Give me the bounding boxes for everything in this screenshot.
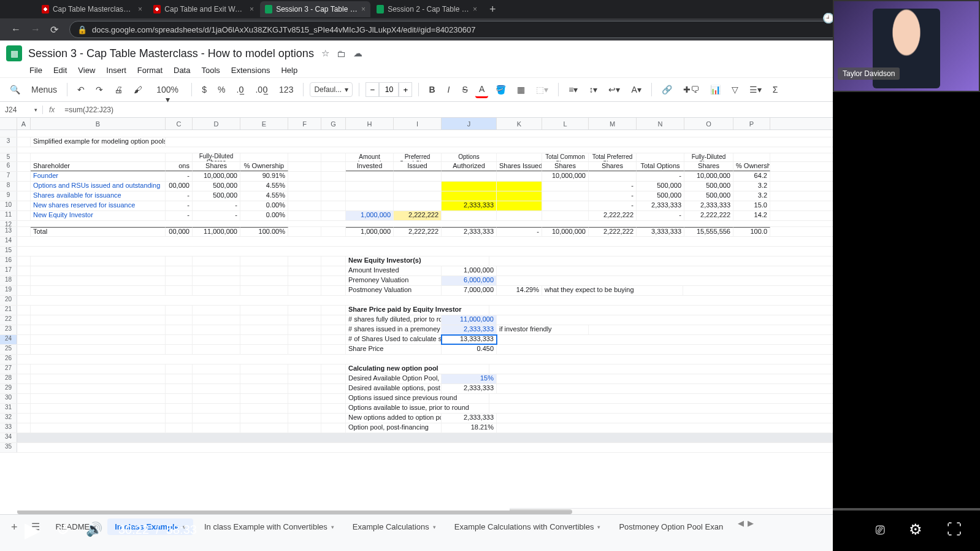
close-icon[interactable]: × xyxy=(250,5,254,13)
menu-tools[interactable]: Tools xyxy=(201,66,220,75)
browser-tab-0[interactable]: Cap Table Masterclass - How× xyxy=(37,1,147,17)
valign-button[interactable]: ↕▾ xyxy=(585,82,601,97)
url-text: docs.google.com/spreadsheets/d/1jaO6lAxX… xyxy=(92,25,475,34)
close-icon[interactable]: × xyxy=(473,5,477,13)
col-header-H[interactable]: H xyxy=(346,118,394,129)
formula-bar[interactable]: =sum(J22:J23) xyxy=(61,106,117,114)
col-header-A[interactable]: A xyxy=(17,118,31,129)
redo-button[interactable]: ↷ xyxy=(92,82,107,97)
video-sidebar xyxy=(833,92,980,551)
zoom-select[interactable]: 100% ▾ xyxy=(150,82,185,97)
close-icon[interactable]: × xyxy=(138,5,142,13)
col-header-J[interactable]: J xyxy=(442,118,497,129)
decrease-decimal-button[interactable]: .0̲ xyxy=(232,82,248,97)
browser-tab-1[interactable]: Cap Table and Exit Waterfall× xyxy=(148,1,259,17)
cloud-status-icon: ☁ xyxy=(353,48,362,59)
play-button[interactable]: ▶ xyxy=(25,517,40,542)
menu-view[interactable]: View xyxy=(78,66,95,75)
filter-views-button[interactable]: ☰▾ xyxy=(746,82,765,97)
functions-button[interactable]: Σ xyxy=(769,82,782,97)
col-header-E[interactable]: E xyxy=(240,118,288,129)
font-select[interactable]: Defaul...▾ xyxy=(310,82,353,97)
col-header-F[interactable]: F xyxy=(288,118,321,129)
video-progress-bar[interactable] xyxy=(0,508,980,511)
video-controls: ▶ ↺10 🔊 30:22 / 58:33 ⎚ ⚙ ⛶ xyxy=(0,508,980,551)
fill-color-button[interactable]: 🪣 xyxy=(492,82,510,97)
menu-edit[interactable]: Edit xyxy=(53,66,67,75)
font-size-input[interactable] xyxy=(379,82,399,97)
text-color-button[interactable]: A xyxy=(475,82,488,98)
chart-button[interactable]: 📊 xyxy=(706,82,724,97)
video-time: 30:22 / 58:33 xyxy=(118,523,197,537)
merge-button[interactable]: ⬚▾ xyxy=(532,82,552,97)
doc-title[interactable]: Session 3 - Cap Table Masterclass - How … xyxy=(28,47,314,60)
increase-decimal-button[interactable]: .00̲ xyxy=(251,82,272,97)
fullscreen-button[interactable]: ⛶ xyxy=(947,521,962,538)
table-cell[interactable]: Founder xyxy=(31,172,166,181)
cell-reference-box[interactable]: J24▾ xyxy=(0,106,43,114)
percent-button[interactable]: % xyxy=(214,82,229,97)
menu-data[interactable]: Data xyxy=(174,66,190,75)
sheets-logo-icon[interactable]: ▦ xyxy=(6,45,22,61)
star-icon[interactable]: ☆ xyxy=(321,48,329,59)
row-header[interactable]: 3 xyxy=(0,137,17,147)
webcam-overlay: Taylor Davidson xyxy=(833,0,980,92)
back-button[interactable]: ← xyxy=(11,24,21,35)
col-header-K[interactable]: K xyxy=(497,118,542,129)
settings-icon[interactable]: ⚙ xyxy=(909,521,922,538)
borders-button[interactable]: ▦ xyxy=(513,82,529,97)
bold-button[interactable]: B xyxy=(425,82,438,97)
wrap-button[interactable]: ↩▾ xyxy=(605,82,624,97)
volume-button[interactable]: 🔊 xyxy=(86,522,102,538)
col-header-P[interactable]: P xyxy=(733,118,770,129)
strikethrough-button[interactable]: S xyxy=(459,82,472,97)
menu-extensions[interactable]: Extensions xyxy=(231,66,270,75)
col-header-L[interactable]: L xyxy=(542,118,589,129)
currency-button[interactable]: $ xyxy=(198,82,210,97)
print-button[interactable]: 🖨 xyxy=(110,82,126,97)
new-tab-button[interactable]: + xyxy=(483,3,502,16)
paint-format-button[interactable]: 🖌 xyxy=(130,82,146,97)
browser-tab-3[interactable]: Session 2 - Cap Table Maste× xyxy=(372,1,482,17)
forward-button[interactable]: → xyxy=(31,24,40,35)
halign-button[interactable]: ≡▾ xyxy=(565,82,581,97)
replay-10-button[interactable]: ↺10 xyxy=(56,520,70,539)
row-header[interactable] xyxy=(0,130,17,137)
active-cell[interactable]: 13,333,333 xyxy=(442,335,497,344)
menu-help[interactable]: Help xyxy=(281,66,297,75)
close-icon[interactable]: × xyxy=(361,5,366,13)
speaker-name-label: Taylor Davidson xyxy=(838,67,900,80)
col-header-B[interactable]: B xyxy=(31,118,166,129)
address-bar[interactable]: 🔒 docs.google.com/spreadsheets/d/1jaO6lA… xyxy=(69,21,909,38)
select-all-cell[interactable] xyxy=(0,118,17,129)
col-header-C[interactable]: C xyxy=(166,118,193,129)
col-header-I[interactable]: I xyxy=(394,118,442,129)
more-formats-button[interactable]: 123 xyxy=(275,82,297,97)
increase-font-button[interactable]: + xyxy=(399,82,412,97)
col-header-N[interactable]: N xyxy=(637,118,684,129)
col-header-O[interactable]: O xyxy=(684,118,733,129)
search-icon[interactable]: 🔍 xyxy=(6,82,24,97)
cast-button[interactable]: ⎚ xyxy=(876,521,884,538)
filter-button[interactable]: ▽ xyxy=(728,82,742,97)
menu-insert[interactable]: Insert xyxy=(106,66,126,75)
browser-tab-2[interactable]: Session 3 - Cap Table Maste× xyxy=(260,1,370,17)
italic-button[interactable]: I xyxy=(443,82,455,97)
col-header-G[interactable]: G xyxy=(321,118,346,129)
undo-button[interactable]: ↶ xyxy=(74,82,88,97)
menu-file[interactable]: File xyxy=(29,66,42,75)
menu-format[interactable]: Format xyxy=(137,66,163,75)
comment-button[interactable]: ✚🗨 xyxy=(679,82,703,97)
move-icon[interactable]: 🗀 xyxy=(337,48,346,59)
decrease-font-button[interactable]: − xyxy=(366,82,379,97)
table-cell[interactable]: Simplified example for modeling option p… xyxy=(31,137,166,147)
fx-icon: fx xyxy=(43,106,61,114)
col-header-D[interactable]: D xyxy=(193,118,240,129)
lock-icon: 🔒 xyxy=(77,25,87,34)
reload-button[interactable]: ⟳ xyxy=(50,24,58,36)
rotate-button[interactable]: A▾ xyxy=(627,82,645,97)
col-header-M[interactable]: M xyxy=(589,118,637,129)
link-button[interactable]: 🔗 xyxy=(658,82,676,97)
menus-label: Menus xyxy=(28,82,61,97)
